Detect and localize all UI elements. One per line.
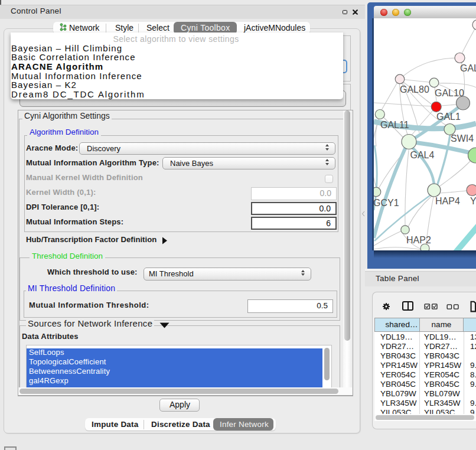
svg-text:GAL4: GAL4 bbox=[410, 150, 435, 160]
svg-text:Y: Y bbox=[470, 196, 476, 206]
svg-text:HAP2: HAP2 bbox=[406, 235, 431, 245]
svg-text:GAL1: GAL1 bbox=[436, 112, 461, 122]
svg-text:GAL80: GAL80 bbox=[400, 84, 429, 94]
svg-text:SWI4: SWI4 bbox=[451, 133, 474, 144]
svg-text:GCY1: GCY1 bbox=[374, 198, 399, 208]
svg-text:HAP4: HAP4 bbox=[435, 196, 460, 206]
svg-text:GAL11: GAL11 bbox=[380, 120, 409, 130]
svg-text:GAL10: GAL10 bbox=[435, 88, 464, 98]
svg-text:GAL7: GAL7 bbox=[460, 63, 476, 73]
